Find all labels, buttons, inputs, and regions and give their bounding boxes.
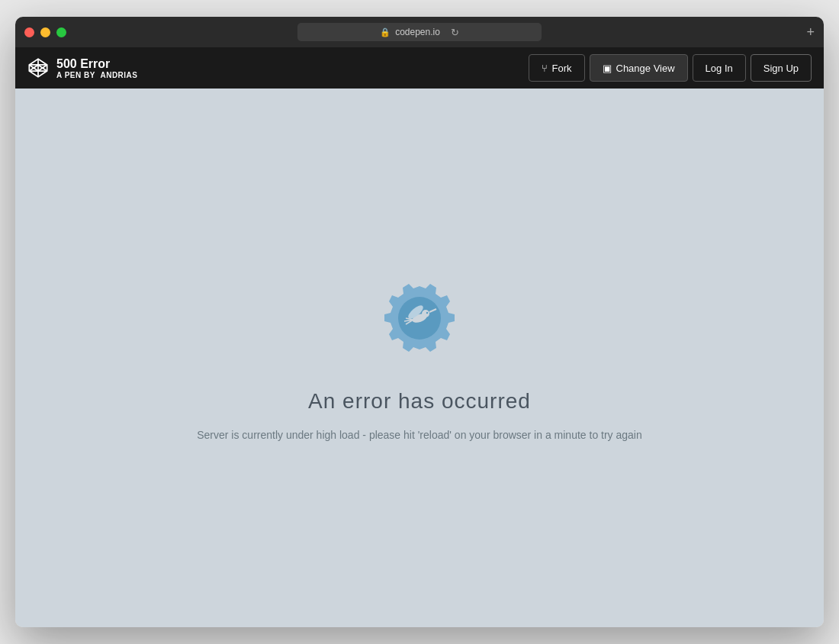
- gear-hummingbird-icon: [374, 275, 465, 366]
- url-text: codepen.io: [395, 27, 440, 37]
- codepen-navbar: 500 Error A PEN BY Andrias ⑂ Fork ▣ Chan…: [15, 47, 824, 89]
- nav-buttons: ⑂ Fork ▣ Change View Log In Sign Up: [529, 54, 812, 82]
- pen-author-prefix: A PEN BY: [56, 71, 95, 79]
- url-bar[interactable]: 🔒 codepen.io ↻: [297, 23, 542, 41]
- signup-label: Sign Up: [763, 63, 799, 74]
- error-title: An error has occurred: [308, 389, 531, 414]
- refresh-icon[interactable]: ↻: [451, 27, 459, 38]
- change-view-label: Change View: [616, 63, 675, 74]
- change-view-button[interactable]: ▣ Change View: [590, 54, 688, 82]
- new-tab-button[interactable]: +: [806, 25, 815, 39]
- error-subtitle: Server is currently under high load - pl…: [197, 429, 642, 441]
- pen-author: A PEN BY Andrias: [56, 71, 138, 79]
- browser-window: 🔒 codepen.io ↻ + 500 Error A PEN B: [15, 17, 824, 627]
- change-view-icon: ▣: [603, 63, 612, 74]
- traffic-lights: [24, 27, 66, 37]
- fork-button[interactable]: ⑂ Fork: [529, 54, 585, 82]
- pen-info: 500 Error A PEN BY Andrias: [56, 56, 138, 79]
- signup-button[interactable]: Sign Up: [751, 54, 812, 82]
- lock-icon: 🔒: [380, 27, 391, 37]
- logo-area: 500 Error A PEN BY Andrias: [27, 56, 529, 79]
- minimize-button[interactable]: [40, 27, 50, 37]
- title-bar: 🔒 codepen.io ↻ +: [15, 17, 824, 47]
- main-content: An error has occurred Server is currentl…: [15, 89, 824, 627]
- pen-title: 500 Error: [56, 56, 138, 71]
- login-label: Log In: [706, 63, 733, 74]
- codepen-logo-icon: [27, 57, 49, 79]
- login-button[interactable]: Log In: [693, 54, 746, 82]
- maximize-button[interactable]: [56, 27, 66, 37]
- svg-point-10: [422, 310, 429, 317]
- fork-label: Fork: [552, 63, 572, 74]
- svg-point-13: [426, 312, 428, 314]
- fork-icon: ⑂: [542, 63, 548, 74]
- error-icon: [374, 275, 465, 366]
- pen-author-name: Andrias: [100, 71, 137, 79]
- close-button[interactable]: [24, 27, 34, 37]
